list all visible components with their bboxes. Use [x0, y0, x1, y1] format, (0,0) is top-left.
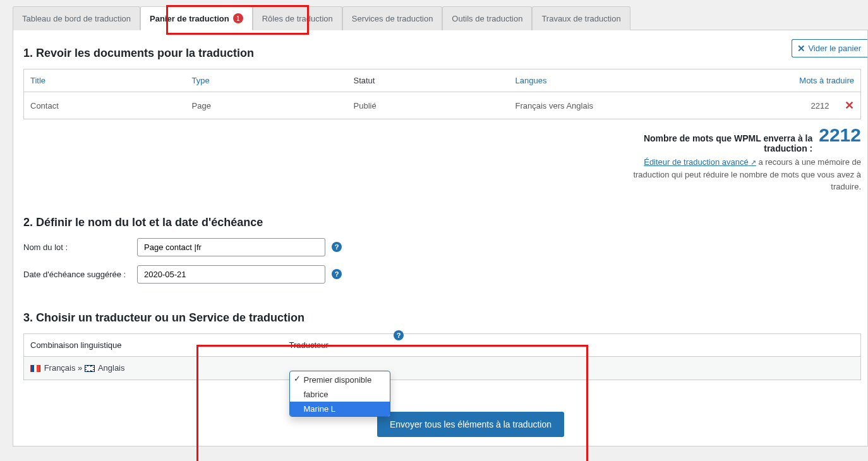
- col-words[interactable]: Mots à traduire: [705, 69, 861, 92]
- review-table: Title Type Statut Langues Mots à traduir…: [23, 69, 861, 119]
- cell-lang-pair: Français » Anglais: [24, 356, 283, 380]
- advanced-editor-link[interactable]: Éditeur de traduction avancé: [644, 157, 756, 167]
- tab-services[interactable]: Services de traduction: [342, 6, 443, 30]
- to-lang: Anglais: [98, 363, 125, 373]
- col-languages[interactable]: Langues: [509, 69, 705, 92]
- tab-basket[interactable]: Panier de traduction 1: [140, 6, 253, 30]
- send-all-button[interactable]: Envoyer tous les éléments à la traductio…: [377, 412, 564, 437]
- translator-option[interactable]: Premier disponible: [290, 371, 390, 387]
- section2-title: 2. Définir le nom du lot et la date d'éc…: [23, 216, 861, 229]
- col-title[interactable]: Title: [24, 69, 186, 92]
- help-icon[interactable]: ?: [332, 269, 342, 279]
- section1-title: 1. Revoir les documents pour la traducti…: [23, 47, 861, 60]
- remove-row-icon[interactable]: ✕: [845, 99, 854, 112]
- arrow-icon: »: [78, 363, 82, 373]
- translator-option[interactable]: Marine L: [290, 402, 390, 416]
- table-row: Français » Anglais Premier disponible fa…: [24, 356, 861, 380]
- cell-translator: Premier disponible fabrice Marine L ?: [283, 356, 861, 380]
- section3-title: 3. Choisir un traducteur ou un Service d…: [23, 311, 861, 325]
- table-row: Contact Page Publié Français vers Anglai…: [24, 92, 861, 119]
- main-panel: ✕ Vider le panier 1. Revoir les document…: [13, 30, 868, 446]
- help-icon[interactable]: ?: [332, 242, 342, 252]
- summary-value: 2212: [819, 124, 861, 146]
- translator-options: Premier disponible fabrice Marine L: [289, 371, 390, 417]
- close-icon: ✕: [797, 44, 805, 53]
- tab-tools[interactable]: Outils de traduction: [442, 6, 532, 30]
- col-translator: Traducteur: [283, 333, 861, 356]
- col-lang-pair: Combinaison linguistique: [24, 333, 283, 356]
- empty-basket-label: Vider le panier: [808, 44, 861, 53]
- cell-status: Publié: [347, 92, 509, 119]
- col-status: Statut: [347, 69, 509, 92]
- from-lang: Français: [44, 363, 76, 373]
- summary-note: Éditeur de traduction avancé a recours à…: [615, 156, 861, 193]
- summary-label: Nombre de mots que WPML enverra à la tra…: [623, 133, 812, 153]
- word-summary: Nombre de mots que WPML enverra à la tra…: [23, 124, 861, 153]
- batch-name-row: Nom du lot : ?: [23, 238, 861, 256]
- tab-dashboard[interactable]: Tableau de bord de traduction: [13, 6, 140, 30]
- cell-title: Contact: [24, 92, 186, 119]
- batch-name-label: Nom du lot :: [23, 242, 131, 252]
- tab-jobs[interactable]: Travaux de traduction: [532, 6, 630, 30]
- help-icon[interactable]: ?: [394, 330, 404, 340]
- cell-words: 2212: [705, 92, 836, 119]
- cell-type: Page: [186, 92, 347, 119]
- tab-roles[interactable]: Rôles de traduction: [253, 6, 342, 30]
- due-date-label: Date d'échéance suggérée :: [23, 270, 131, 279]
- translator-table: Combinaison linguistique Traducteur Fran…: [23, 333, 861, 380]
- tab-bar: Tableau de bord de traduction Panier de …: [13, 6, 868, 30]
- batch-name-input[interactable]: [137, 238, 325, 256]
- due-date-row: Date d'échéance suggérée : ?: [23, 265, 861, 284]
- tab-basket-label: Panier de traduction: [150, 14, 229, 23]
- basket-count-badge: 1: [233, 13, 243, 23]
- translator-option[interactable]: fabrice: [290, 387, 390, 402]
- col-type[interactable]: Type: [186, 69, 347, 92]
- due-date-input[interactable]: [137, 265, 325, 284]
- flag-en-icon: [85, 365, 95, 372]
- empty-basket-button[interactable]: ✕ Vider le panier: [792, 39, 867, 57]
- flag-fr-icon: [30, 365, 40, 372]
- cell-languages: Français vers Anglais: [509, 92, 705, 119]
